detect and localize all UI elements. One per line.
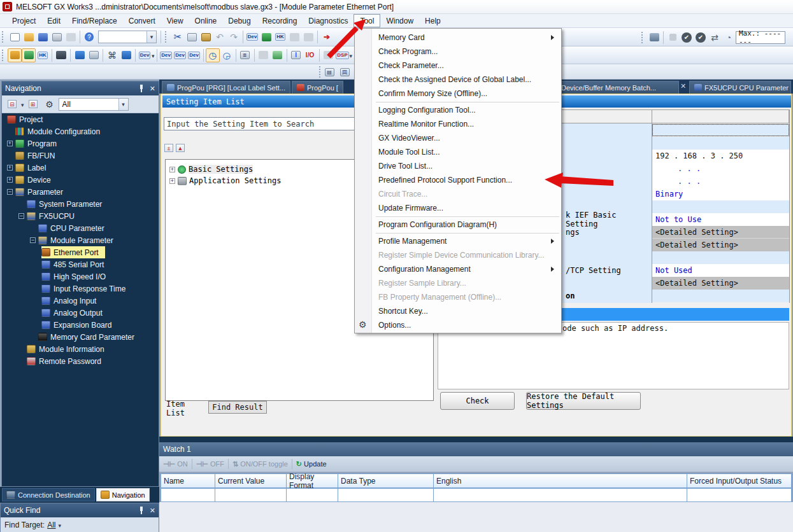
watch-cell[interactable] (286, 488, 338, 502)
menu-item-logging-configuration-tool[interactable]: Logging Configuration Tool... (355, 103, 561, 117)
nav-item-memory-card-parameter[interactable]: Memory Card Parameter (2, 331, 159, 343)
collapse-icon[interactable] (18, 213, 24, 219)
toolbar-grip[interactable] (2, 31, 5, 43)
menu-item-module-tool-list[interactable]: Module Tool List... (355, 145, 561, 159)
menu-recording[interactable]: Recording (257, 14, 303, 27)
find-target-dropdown-icon[interactable] (59, 521, 62, 529)
nav-item-device[interactable]: Device (2, 174, 159, 186)
menu-item-program-configuration-diagram[interactable]: Program Configuration Diagram(H) (355, 218, 561, 232)
gear-icon[interactable] (42, 97, 57, 111)
menu-window[interactable]: Window (380, 14, 419, 27)
nav-item-module-parameter[interactable]: Module Parameter (2, 234, 159, 246)
menu-edit[interactable]: Edit (41, 14, 66, 27)
nav-item-analog-input[interactable]: Analog Input (2, 295, 159, 307)
tab-progpou-local-label[interactable]: ProgPou [PRG] [Local Label Sett... (162, 81, 290, 94)
run-check2-icon[interactable]: ✔ (694, 31, 708, 45)
expand-icon[interactable] (7, 165, 13, 171)
subnet-mask-cell[interactable]: . . . (652, 162, 789, 175)
menu-help[interactable]: Help (419, 14, 447, 27)
menu-debug[interactable]: Debug (222, 14, 256, 27)
watch-cell[interactable] (433, 488, 687, 502)
collapse-all-icon[interactable]: ▲ (176, 144, 185, 152)
menu-online[interactable]: Online (189, 14, 223, 27)
step-run-icon[interactable]: ⇄ (708, 31, 722, 45)
watch-col-name[interactable]: Name (161, 473, 215, 488)
menu-item-shortcut-key[interactable]: Shortcut Key... (355, 304, 561, 318)
nav-item-remote-password[interactable]: Remote Password (2, 355, 159, 367)
detailed-setting-cell[interactable]: <Detailed Setting> (652, 226, 789, 239)
tab-connection-destination[interactable]: Connection Destination (2, 488, 95, 501)
detailed-setting-cell[interactable]: <Detailed Setting> (652, 277, 789, 290)
tree-display-dropdown-icon[interactable] (21, 100, 24, 109)
expand-all-icon[interactable]: ± (164, 144, 173, 152)
io-force-icon[interactable]: I/O (303, 48, 317, 62)
tab-close-icon[interactable] (680, 83, 686, 90)
paste-icon[interactable] (199, 30, 213, 44)
device-batch-monitor-icon[interactable]: HK (273, 30, 287, 44)
menu-item-check-program[interactable]: Check Program... (355, 45, 561, 59)
menu-project[interactable]: Project (6, 14, 41, 27)
device-display-dropdown-icon[interactable] (152, 51, 155, 60)
cut-icon[interactable]: ✂ (171, 30, 185, 44)
menu-item-check-assigned-device[interactable]: Check the Assigned Device of Global Labe… (355, 73, 561, 87)
menu-tool[interactable]: Tool (354, 14, 380, 27)
watch-update-button[interactable]: Update (304, 460, 326, 468)
monitor-find-icon[interactable] (119, 48, 133, 62)
statement-list-icon[interactable] (73, 48, 87, 62)
tab-progpou-body[interactable]: ProgPou [ (292, 81, 343, 94)
device-find-icon[interactable]: Dev (245, 30, 259, 44)
detailed-setting-cell[interactable]: <Detailed Setting> (652, 239, 789, 251)
toolbar-grip[interactable] (165, 31, 168, 43)
restore-default-settings-button[interactable]: Restore the Default Settings (526, 392, 641, 410)
menu-find-replace[interactable]: Find/Replace (66, 14, 123, 27)
nav-item-module-information[interactable]: Module Information (2, 343, 159, 355)
nav-item-485-serial-port[interactable]: 485 Serial Port (2, 258, 159, 270)
menu-view[interactable]: View (161, 14, 189, 27)
combobox-dropdown-icon[interactable] (146, 31, 156, 43)
menu-item-realtime-monitor-function[interactable]: Realtime Monitor Function... (355, 117, 561, 131)
expand-icon[interactable] (169, 167, 175, 172)
setting-search-input[interactable]: Input the Setting Item to Search (164, 117, 380, 130)
menu-item-gx-videoviewer[interactable]: GX VideoViewer... (355, 131, 561, 145)
menu-diagnostics[interactable]: Diagnostics (303, 14, 354, 27)
nav-item-cpu-parameter[interactable]: CPU Parameter (2, 222, 159, 234)
monitor-stop-icon[interactable]: ◶ (220, 48, 234, 62)
tab-item-list[interactable]: Item List (166, 402, 206, 415)
menu-item-drive-tool-list[interactable]: Drive Tool List... (355, 159, 561, 173)
nav-item-input-response-time[interactable]: Input Response Time (2, 283, 159, 295)
menu-item-check-parameter[interactable]: Check Parameter... (355, 59, 561, 73)
find-device-icon[interactable]: ⌘ (105, 48, 119, 62)
pin-icon[interactable] (138, 85, 145, 92)
menu-item-predefined-protocol-support[interactable]: Predefined Protocol Support Function... (355, 173, 561, 187)
help-icon[interactable]: ? (82, 30, 96, 44)
open-file-icon[interactable] (22, 30, 36, 44)
display-eye-dropdown-icon[interactable] (350, 51, 353, 60)
filter-dropdown-icon[interactable] (118, 99, 128, 110)
intelligent-function-icon[interactable] (647, 31, 661, 45)
grid-cell[interactable] (652, 137, 789, 150)
note-list-icon[interactable] (87, 48, 101, 62)
monitor-start-icon[interactable]: ◷ (206, 48, 220, 62)
program-monitor-icon[interactable] (259, 30, 273, 44)
device-net-icon[interactable]: Dev (187, 48, 201, 62)
navigation-window-icon[interactable] (8, 48, 22, 62)
cclink-value-cell[interactable]: Not to Use (652, 213, 789, 226)
watch-col-current-value[interactable]: Current Value (215, 473, 286, 488)
nav-item-label[interactable]: Label (2, 162, 159, 174)
nav-item-high-speed-io[interactable]: High Speed I/O (2, 270, 159, 283)
menu-convert[interactable]: Convert (123, 14, 161, 27)
run-check-icon[interactable]: ✔ (680, 31, 694, 45)
tab-navigation[interactable]: Navigation (96, 488, 150, 501)
ladder-edit-icon[interactable]: HK (36, 48, 50, 62)
watch-col-data-type[interactable]: Data Type (338, 473, 433, 488)
watch-cell[interactable] (687, 488, 792, 502)
nav-item-project[interactable]: Project (2, 113, 159, 125)
write-to-plc-icon[interactable]: ➔ (320, 30, 334, 44)
expand-icon[interactable] (7, 177, 13, 183)
close-icon[interactable] (150, 85, 155, 92)
device-entry-icon[interactable]: Dev (159, 48, 173, 62)
watch-cell[interactable] (338, 488, 433, 502)
module-chip-icon[interactable] (54, 48, 68, 62)
device-display-icon[interactable]: Dev (138, 48, 152, 62)
notation-cell[interactable]: Binary (652, 188, 789, 200)
